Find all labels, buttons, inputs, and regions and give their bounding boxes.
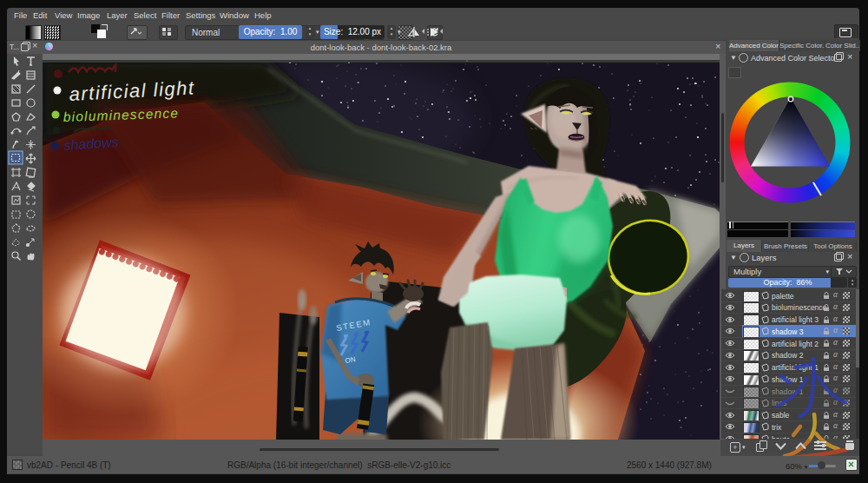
svg-text:ON: ON [345, 355, 356, 365]
